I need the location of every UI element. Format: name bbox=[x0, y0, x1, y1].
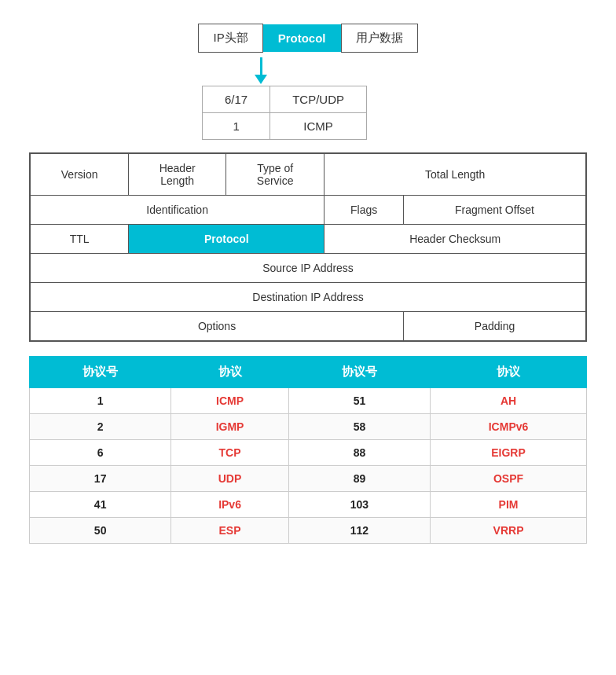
proto-name-2: ICMP bbox=[270, 113, 367, 140]
proto-num-left: 6 bbox=[30, 440, 171, 466]
padding-cell: Padding bbox=[404, 312, 586, 341]
proto-row-2: 1 ICMP bbox=[202, 113, 366, 140]
proto-num-right: 112 bbox=[288, 518, 430, 544]
protocol-reference-table: 协议号 协议 协议号 协议 1 ICMP 51 AH 2 IGMP 58 ICM… bbox=[29, 356, 587, 544]
protocol-table-row: 2 IGMP 58 ICMPv6 bbox=[30, 414, 587, 440]
header-num1: 协议号 bbox=[30, 357, 171, 388]
proto-name-right: EIGRP bbox=[431, 440, 587, 466]
protocol-cell: Protocol bbox=[129, 225, 324, 254]
proto-num-right: 58 bbox=[288, 414, 430, 440]
proto-name-right: PIM bbox=[431, 492, 587, 518]
fields-row-5: Destination IP Address bbox=[31, 283, 586, 312]
protocol-table-container: 协议号 协议 协议号 协议 1 ICMP 51 AH 2 IGMP 58 ICM… bbox=[29, 356, 587, 544]
arrow-head bbox=[255, 75, 267, 84]
proto-num-left: 2 bbox=[30, 414, 171, 440]
header-num2: 协议号 bbox=[288, 357, 430, 388]
proto-num-left: 1 bbox=[30, 388, 171, 414]
protocol-label-top: Protocol bbox=[263, 24, 341, 52]
proto-name-right: AH bbox=[431, 388, 587, 414]
protocol-table-row: 1 ICMP 51 AH bbox=[30, 388, 587, 414]
header-length-cell: HeaderLength bbox=[129, 154, 226, 196]
proto-name-left: ESP bbox=[171, 518, 289, 544]
proto-name-left: IGMP bbox=[171, 414, 289, 440]
diagram-container: IP头部 Protocol 用户数据 6/17 TCP/UDP 1 ICMP V… bbox=[16, 16, 600, 544]
proto-num-right: 89 bbox=[288, 466, 430, 492]
header-name2: 协议 bbox=[431, 357, 587, 388]
proto-name-left: ICMP bbox=[171, 388, 289, 414]
arrow-line bbox=[260, 57, 262, 75]
protocol-table-row: 50 ESP 112 VRRP bbox=[30, 518, 587, 544]
flags-cell: Flags bbox=[324, 196, 404, 225]
options-cell: Options bbox=[31, 312, 404, 341]
user-data-label: 用户数据 bbox=[341, 24, 418, 53]
type-of-service-cell: Type ofService bbox=[226, 154, 324, 196]
proto-num-right: 88 bbox=[288, 440, 430, 466]
proto-num-right: 51 bbox=[288, 388, 430, 414]
fields-row-6: Options Padding bbox=[31, 312, 586, 341]
header-checksum-cell: Header Checksum bbox=[324, 225, 586, 254]
fields-row-3: TTL Protocol Header Checksum bbox=[31, 225, 586, 254]
fragment-offset-cell: Fragment Offset bbox=[404, 196, 586, 225]
protocol-table-row: 6 TCP 88 EIGRP bbox=[30, 440, 587, 466]
version-cell: Version bbox=[31, 154, 129, 196]
fields-row-4: Source IP Address bbox=[31, 254, 586, 283]
proto-name-right: ICMPv6 bbox=[431, 414, 587, 440]
proto-name-left: UDP bbox=[171, 466, 289, 492]
fields-row-1: Version HeaderLength Type ofService Tota… bbox=[31, 154, 586, 196]
ip-fields-container: Version HeaderLength Type ofService Tota… bbox=[29, 152, 587, 342]
proto-name-left: TCP bbox=[171, 440, 289, 466]
protocol-table-row: 17 UDP 89 OSPF bbox=[30, 466, 587, 492]
proto-name-right: VRRP bbox=[431, 518, 587, 544]
ip-header-row: IP头部 Protocol 用户数据 bbox=[198, 24, 417, 53]
protocol-table-header: 协议号 协议 协议号 协议 bbox=[30, 357, 587, 388]
arrow-down bbox=[255, 57, 267, 84]
proto-name-left: IPv6 bbox=[171, 492, 289, 518]
ip-fields-table: Version HeaderLength Type ofService Tota… bbox=[30, 153, 586, 341]
proto-num-left: 50 bbox=[30, 518, 171, 544]
ttl-cell: TTL bbox=[31, 225, 129, 254]
proto-name-1: TCP/UDP bbox=[270, 86, 367, 113]
proto-num-2: 1 bbox=[202, 113, 270, 140]
proto-num-left: 41 bbox=[30, 492, 171, 518]
source-ip-cell: Source IP Address bbox=[31, 254, 586, 283]
proto-num-1: 6/17 bbox=[202, 86, 270, 113]
proto-row-1: 6/17 TCP/UDP bbox=[202, 86, 366, 113]
fields-row-2: Identification Flags Fragment Offset bbox=[31, 196, 586, 225]
proto-num-left: 17 bbox=[30, 466, 171, 492]
proto-name-right: OSPF bbox=[431, 466, 587, 492]
proto-num-right: 103 bbox=[288, 492, 430, 518]
proto-mini-table: 6/17 TCP/UDP 1 ICMP bbox=[202, 86, 367, 140]
header-name1: 协议 bbox=[171, 357, 289, 388]
dest-ip-cell: Destination IP Address bbox=[31, 283, 586, 312]
total-length-cell: Total Length bbox=[324, 154, 586, 196]
protocol-table-row: 41 IPv6 103 PIM bbox=[30, 492, 587, 518]
identification-cell: Identification bbox=[31, 196, 324, 225]
ip-header-label: IP头部 bbox=[198, 24, 262, 53]
